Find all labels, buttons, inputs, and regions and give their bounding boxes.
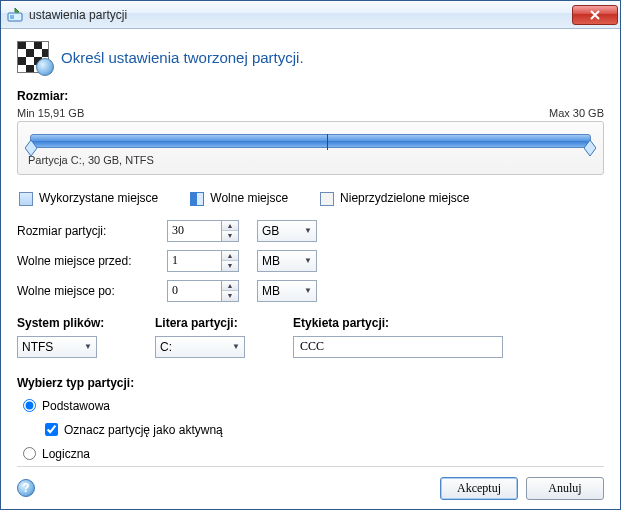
drive-letter-combo[interactable]: C:▼ xyxy=(155,336,245,358)
free-before-spinner[interactable]: ▲▼ xyxy=(167,250,257,272)
swatch-used-icon xyxy=(19,192,33,206)
svg-rect-1 xyxy=(10,15,14,19)
free-after-unit[interactable]: MB▼ xyxy=(257,280,317,302)
volume-label-label: Etykieta partycji: xyxy=(293,316,503,330)
close-button[interactable] xyxy=(572,5,618,25)
slider-track[interactable] xyxy=(30,134,591,148)
spin-up-icon[interactable]: ▲ xyxy=(222,251,238,262)
volume-label-input[interactable] xyxy=(293,336,503,358)
size-min-label: Min 15,91 GB xyxy=(17,107,84,119)
partition-size-unit[interactable]: GB▼ xyxy=(257,220,317,242)
spin-up-icon[interactable]: ▲ xyxy=(222,221,238,232)
app-icon xyxy=(7,7,23,23)
radio-logical[interactable] xyxy=(23,447,36,460)
spin-down-icon[interactable]: ▼ xyxy=(222,261,238,271)
legend-used: Wykorzystane miejsce xyxy=(19,191,158,206)
radio-primary-label: Podstawowa xyxy=(42,399,110,413)
chevron-down-icon: ▼ xyxy=(232,342,240,351)
filesystem-combo[interactable]: NTFS▼ xyxy=(17,336,97,358)
chevron-down-icon: ▼ xyxy=(304,256,312,265)
radio-primary[interactable] xyxy=(23,399,36,412)
partition-size-label: Rozmiar partycji: xyxy=(17,224,167,238)
radio-logical-label: Logiczna xyxy=(42,447,90,461)
spin-down-icon[interactable]: ▼ xyxy=(222,231,238,241)
free-after-spinner[interactable]: ▲▼ xyxy=(167,280,257,302)
cancel-button[interactable]: Anuluj xyxy=(526,477,604,500)
checkbox-active-label: Oznacz partycję jako aktywną xyxy=(64,423,223,437)
accept-button[interactable]: Akceptuj xyxy=(440,477,518,500)
size-slider[interactable]: Partycja C:, 30 GB, NTFS xyxy=(17,121,604,175)
filesystem-label: System plików: xyxy=(17,316,127,330)
free-after-input[interactable] xyxy=(167,280,221,302)
chevron-down-icon: ▼ xyxy=(304,286,312,295)
free-after-label: Wolne miejsce po: xyxy=(17,284,167,298)
window-title: ustawienia partycji xyxy=(29,8,572,22)
dialog-content: Określ ustawienia tworzonej partycji. Ro… xyxy=(1,29,620,509)
slider-thumb-left[interactable] xyxy=(25,140,37,156)
chevron-down-icon: ▼ xyxy=(304,226,312,235)
titlebar[interactable]: ustawienia partycji xyxy=(1,1,620,29)
swatch-unallocated-icon xyxy=(320,192,334,206)
legend: Wykorzystane miejsce Wolne miejsce Niepr… xyxy=(19,191,602,206)
legend-unallocated: Nieprzydzielone miejsce xyxy=(320,191,469,206)
partition-size-spinner[interactable]: ▲▼ xyxy=(167,220,257,242)
checkbox-active[interactable] xyxy=(45,423,58,436)
legend-free: Wolne miejsce xyxy=(190,191,288,206)
spin-down-icon[interactable]: ▼ xyxy=(222,291,238,301)
slider-thumb-right[interactable] xyxy=(584,140,596,156)
dialog-window: ustawienia partycji Określ ustawienia tw… xyxy=(0,0,621,510)
free-before-unit[interactable]: MB▼ xyxy=(257,250,317,272)
size-max-label: Max 30 GB xyxy=(549,107,604,119)
swatch-free-icon xyxy=(190,192,204,206)
page-heading: Określ ustawienia tworzonej partycji. xyxy=(61,49,304,66)
free-before-input[interactable] xyxy=(167,250,221,272)
partition-type-label: Wybierz typ partycji: xyxy=(17,376,604,390)
wizard-icon xyxy=(17,41,49,73)
chevron-down-icon: ▼ xyxy=(84,342,92,351)
close-icon xyxy=(590,10,600,20)
free-before-label: Wolne miejsce przed: xyxy=(17,254,167,268)
partition-caption: Partycja C:, 30 GB, NTFS xyxy=(28,154,593,166)
spin-up-icon[interactable]: ▲ xyxy=(222,281,238,292)
drive-letter-label: Litera partycji: xyxy=(155,316,265,330)
partition-size-input[interactable] xyxy=(167,220,221,242)
size-label: Rozmiar: xyxy=(17,89,604,103)
used-space-marker xyxy=(327,134,333,150)
help-icon[interactable]: ? xyxy=(17,479,35,497)
